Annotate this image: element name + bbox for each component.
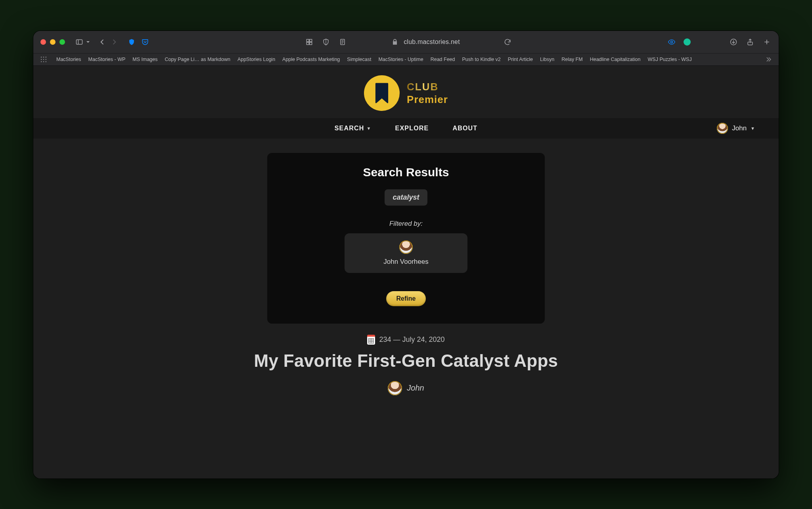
bookmark-item[interactable]: WSJ Puzzles - WSJ: [648, 57, 692, 62]
search-query-pill[interactable]: catalyst: [385, 189, 427, 206]
bookmark-item[interactable]: Headline Capitalization: [590, 57, 641, 62]
bookmark-item[interactable]: AppStories Login: [237, 57, 275, 62]
bookmark-item[interactable]: Simplecast: [347, 57, 371, 62]
extension-pocket-icon[interactable]: [140, 37, 150, 47]
calendar-icon: [367, 335, 375, 345]
extension-eye-icon[interactable]: [667, 37, 676, 47]
chevron-down-icon: ▼: [751, 126, 755, 131]
user-name: John: [732, 124, 747, 132]
avatar: [717, 123, 728, 134]
bookmark-item[interactable]: Libsyn: [540, 57, 554, 62]
logo-line-2: Premier: [407, 94, 448, 105]
svg-point-10: [671, 41, 673, 43]
sidebar-icon: [75, 37, 84, 47]
site-nav-bar: SEARCH ▼ EXPLORE ABOUT John ▼: [33, 118, 779, 139]
bookmarks-bar: MacStories MacStories - WP MS Images Cop…: [33, 53, 779, 66]
privacy-shield-icon[interactable]: [321, 37, 331, 47]
address-bar[interactable]: club.macstories.net: [390, 37, 460, 47]
fullscreen-window-button[interactable]: [59, 39, 65, 45]
page-content: CLUB Premier SEARCH ▼ EXPLORE ABOUT John…: [33, 66, 779, 478]
chevron-down-icon: ▼: [366, 126, 371, 131]
filter-author-name: John Voorhees: [349, 258, 463, 266]
apps-grid-icon[interactable]: [304, 37, 314, 47]
svg-rect-2: [307, 39, 309, 42]
logo-text: CLUB Premier: [407, 82, 448, 105]
new-tab-button[interactable]: [762, 37, 772, 47]
downloads-button[interactable]: [729, 37, 738, 47]
sidebar-toggle-button[interactable]: [75, 37, 90, 47]
result-meta: 234 — July 24, 2020: [33, 335, 779, 345]
reload-button[interactable]: [503, 37, 512, 47]
result-issue-date: 234 — July 24, 2020: [379, 336, 444, 344]
favorites-grid-icon[interactable]: [39, 55, 48, 64]
bookmark-item[interactable]: MacStories - WP: [88, 57, 126, 62]
bookmark-item[interactable]: MS Images: [132, 57, 157, 62]
svg-rect-5: [310, 42, 312, 44]
svg-point-20: [46, 59, 47, 60]
lock-icon: [390, 37, 400, 47]
result-author-name: John: [407, 383, 424, 393]
bookmarks-overflow-button[interactable]: [764, 55, 773, 64]
titlebar: club.macstories.net: [33, 31, 779, 53]
site-logo[interactable]: CLUB Premier: [33, 66, 779, 118]
bookmark-logo-icon: [364, 75, 400, 111]
svg-point-17: [46, 56, 47, 57]
svg-point-21: [41, 61, 42, 62]
extension-shield-icon[interactable]: [127, 37, 136, 47]
user-menu[interactable]: John ▼: [717, 123, 755, 134]
refine-button[interactable]: Refine: [386, 291, 426, 306]
svg-point-23: [46, 61, 47, 62]
result-title[interactable]: My Favorite First-Gen Catalyst Apps: [33, 351, 779, 371]
panel-heading: Search Results: [283, 166, 529, 179]
svg-rect-4: [307, 42, 309, 44]
bookmark-item[interactable]: Read Feed: [431, 57, 455, 62]
browser-window: club.macstories.net: [33, 31, 779, 478]
avatar: [388, 381, 402, 395]
logo-line-1: CLUB: [407, 82, 448, 92]
forward-button[interactable]: [109, 37, 119, 47]
nav-search[interactable]: SEARCH ▼: [335, 125, 372, 132]
filtered-by-label: Filtered by:: [283, 220, 529, 228]
nav-explore[interactable]: EXPLORE: [395, 125, 429, 132]
bookmark-item[interactable]: MacStories - Uptime: [378, 57, 423, 62]
bookmark-item[interactable]: MacStories: [56, 57, 81, 62]
filter-author-card[interactable]: John Voorhees: [345, 233, 467, 273]
bookmark-item[interactable]: Copy Page Li… as Markdown: [165, 57, 230, 62]
bookmark-item[interactable]: Print Article: [508, 57, 533, 62]
share-button[interactable]: [745, 37, 755, 47]
svg-point-22: [43, 61, 44, 62]
svg-rect-0: [77, 40, 82, 44]
back-button[interactable]: [98, 37, 107, 47]
nav-about[interactable]: ABOUT: [452, 125, 477, 132]
extension-grammarly-icon[interactable]: [684, 38, 691, 46]
minimize-window-button[interactable]: [50, 39, 56, 45]
svg-point-19: [43, 59, 44, 60]
reader-icon[interactable]: [338, 37, 347, 47]
svg-point-18: [41, 59, 42, 60]
url-text: club.macstories.net: [404, 38, 460, 46]
bookmark-item[interactable]: Push to Kindle v2: [462, 57, 501, 62]
avatar: [399, 240, 413, 254]
svg-point-15: [41, 56, 42, 57]
search-results-panel: Search Results catalyst Filtered by: Joh…: [267, 153, 545, 324]
svg-rect-3: [310, 39, 312, 42]
close-window-button[interactable]: [40, 39, 46, 45]
bookmark-item[interactable]: Apple Podcasts Marketing: [282, 57, 340, 62]
bookmark-item[interactable]: Relay FM: [561, 57, 582, 62]
result-author[interactable]: John: [33, 381, 779, 395]
window-controls: [40, 39, 65, 45]
svg-point-16: [43, 56, 44, 57]
chevron-down-icon: [86, 37, 90, 47]
